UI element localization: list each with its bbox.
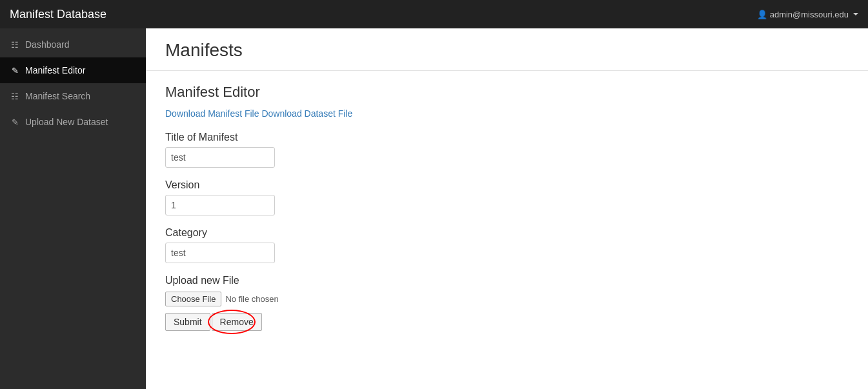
person-icon: 👤 [757,10,767,19]
file-chosen-label: No file chosen [225,294,278,304]
sidebar-item-dashboard[interactable]: ☷ Dashboard [0,32,146,57]
file-input-row: Choose File No file chosen [165,292,849,306]
upload-file-group: Upload new File Choose File No file chos… [165,275,849,331]
sidebar: ☷ Dashboard ✎ Manifest Editor ☷ Manifest… [0,28,146,389]
title-label: Title of Manifest [165,132,849,143]
page-title: Manifests [165,40,849,61]
navbar-username: admin@missouri.edu [770,10,849,19]
choose-file-button[interactable]: Choose File [165,292,221,306]
section-title: Manifest Editor [165,84,849,101]
sidebar-item-manifest-search[interactable]: ☷ Manifest Search [0,83,146,109]
content-header: Manifests [146,28,868,71]
sidebar-item-label: Upload New Dataset [25,117,108,127]
content-body: Manifest Editor Download Manifest File D… [146,71,868,355]
sidebar-item-label: Dashboard [25,39,70,50]
download-links: Download Manifest File Download Dataset … [165,108,849,119]
grid-icon: ☷ [10,92,20,101]
navbar-brand[interactable]: Manifest Database [10,8,106,21]
sidebar-item-upload-new-dataset[interactable]: ✎ Upload New Dataset [0,109,146,135]
navbar-user[interactable]: 👤 admin@missouri.edu [757,10,858,19]
sidebar-item-label: Manifest Search [25,91,90,101]
upload-icon: ✎ [10,117,20,127]
upload-section-label: Upload new File [165,275,849,286]
title-input[interactable] [165,147,275,168]
download-manifest-link[interactable]: Download Manifest File [165,108,259,119]
content-area: Manifests Manifest Editor Download Manif… [146,28,868,389]
main-layout: ☷ Dashboard ✎ Manifest Editor ☷ Manifest… [0,28,868,389]
category-label: Category [165,227,849,239]
category-input[interactable] [165,243,275,263]
title-field-group: Title of Manifest [165,132,849,168]
version-field-group: Version [165,179,849,215]
submit-button[interactable]: Submit [165,313,210,331]
chevron-down-icon [853,13,858,15]
edit-icon: ✎ [10,66,20,75]
category-field-group: Category [165,227,849,263]
version-input[interactable] [165,195,275,215]
download-dataset-link[interactable]: Download Dataset File [261,108,352,119]
version-label: Version [165,179,849,191]
sidebar-item-manifest-editor[interactable]: ✎ Manifest Editor [0,57,146,83]
dashboard-icon: ☷ [10,40,20,50]
sidebar-item-label: Manifest Editor [25,65,85,75]
navbar: Manifest Database 👤 admin@missouri.edu [0,0,868,28]
remove-button[interactable]: Remove [212,313,262,331]
form-buttons-row: Submit Remove [165,313,849,331]
